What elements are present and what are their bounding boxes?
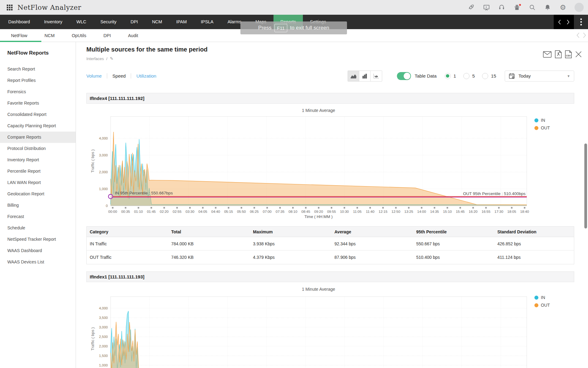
- sidebar-item-search-report[interactable]: Search Report: [0, 63, 76, 75]
- traffic-stats-table: CategoryTotalMaximumAverage95th Percenti…: [86, 226, 574, 264]
- legend-item-in[interactable]: IN: [534, 118, 550, 123]
- table-cell: IN Traffic: [87, 241, 168, 246]
- subnav-tab-dpi[interactable]: DPI: [95, 33, 119, 38]
- edit-pencil-icon[interactable]: ✎: [110, 56, 114, 61]
- area-chart-icon[interactable]: [348, 71, 359, 81]
- export-pdf-icon[interactable]: [555, 50, 562, 58]
- interval-radio-15[interactable]: 15: [482, 73, 496, 79]
- table-cell: 87.906 bps: [331, 255, 413, 260]
- svg-text:05:50: 05:50: [237, 210, 246, 213]
- scatter-chart-icon[interactable]: [371, 71, 382, 81]
- search-icon[interactable]: [529, 4, 536, 11]
- sidebar-item-protocol-distribution[interactable]: Protocol Distribution: [0, 143, 76, 154]
- sidebar-item-forecast[interactable]: Forecast: [0, 211, 76, 222]
- close-icon[interactable]: [575, 51, 582, 58]
- table-data-toggle[interactable]: [397, 72, 411, 80]
- svg-text:2,000: 2,000: [99, 344, 108, 348]
- interval-radio-1[interactable]: 1: [445, 73, 456, 79]
- date-range-picker[interactable]: Today ▼: [505, 71, 574, 82]
- measure-tab-volume[interactable]: Volume: [86, 73, 102, 79]
- nav-next-icon[interactable]: [567, 20, 570, 25]
- top-icon-row: ⚙: [467, 0, 584, 15]
- sidebar-item-netspeed-tracker-report[interactable]: NetSpeed Tracker Report: [0, 234, 76, 245]
- breadcrumb: Interfaces / ✎: [86, 56, 113, 61]
- nav-right-controls: [554, 15, 588, 29]
- nav-tab-ipsla[interactable]: IPSLA: [194, 15, 221, 29]
- sidebar-item-waas-dashboard[interactable]: WAAS Dashboard: [0, 245, 76, 256]
- svg-text:15:10: 15:10: [443, 210, 452, 213]
- table-cell: OUT Traffic: [87, 255, 168, 260]
- sidebar-item-lan-wan-report[interactable]: LAN WAN Report: [0, 177, 76, 188]
- svg-text:12:50: 12:50: [391, 210, 400, 213]
- svg-text:4,000: 4,000: [99, 306, 108, 310]
- email-icon[interactable]: [543, 51, 552, 58]
- launch-rocket-icon[interactable]: [467, 4, 475, 11]
- table-header-cell: Category: [87, 229, 168, 234]
- subnav-tab-oputils[interactable]: OpUtils: [63, 33, 95, 38]
- sidebar-item-billing[interactable]: Billing: [0, 200, 76, 211]
- subnav-tab-ncm[interactable]: NCM: [36, 33, 63, 38]
- notifications-bell-icon[interactable]: [544, 4, 551, 11]
- sidebar-item-compare-reports[interactable]: Compare Reports: [0, 132, 76, 143]
- sidebar-item-geolocation-report[interactable]: Geolocation Report: [0, 188, 76, 200]
- svg-text:4,000: 4,000: [99, 136, 108, 140]
- date-dropdown-caret: ▼: [567, 74, 570, 78]
- vertical-scrollbar-thumb[interactable]: [584, 144, 587, 228]
- sidebar-item-schedule[interactable]: Schedule: [0, 222, 76, 234]
- nav-prev-icon[interactable]: [558, 20, 561, 25]
- sidebar-item-capacity-planning-report[interactable]: Capacity Planning Report: [0, 120, 76, 132]
- chart2-ylabel: Traffic ( bps ): [90, 314, 96, 363]
- settings-gear-icon[interactable]: ⚙: [559, 4, 567, 11]
- traffic-chart-1: 01,0002,0003,0004,000IN 95th Percentile …: [99, 117, 529, 213]
- svg-text:18:05: 18:05: [507, 210, 516, 213]
- sidebar-item-waas-devices-list[interactable]: WAAS Devices List: [0, 256, 76, 268]
- subnav-next-icon[interactable]: [583, 33, 586, 38]
- sidebar-item-forensics[interactable]: Forensics: [0, 86, 76, 98]
- nav-overflow-menu-icon[interactable]: [574, 18, 588, 25]
- page-title: Multiple sources for the same time perio…: [86, 46, 208, 53]
- bar-chart-icon[interactable]: [359, 71, 371, 81]
- table-body: IN Traffic784.000 KB3.938 Kbps92.344 bps…: [87, 237, 574, 264]
- subnav-prev-icon[interactable]: [576, 33, 580, 38]
- nav-tab-wlc[interactable]: WLC: [70, 15, 93, 29]
- svg-text:04:05: 04:05: [198, 210, 207, 213]
- nav-tab-inventory[interactable]: Inventory: [37, 15, 70, 29]
- svg-text:CSV: CSV: [566, 54, 571, 57]
- legend-item-out[interactable]: OUT: [534, 303, 550, 308]
- nav-tab-ipam[interactable]: IPAM: [169, 15, 194, 29]
- sidebar-item-consolidated-report[interactable]: Consolidated Report: [0, 109, 76, 120]
- sidebar-item-report-profiles[interactable]: Report Profiles: [0, 75, 76, 86]
- svg-text:07:00: 07:00: [263, 210, 272, 213]
- screen: NetFlow Analyzer ⚙: [0, 0, 588, 368]
- nav-tab-security[interactable]: Security: [93, 15, 123, 29]
- interval-radio-5[interactable]: 5: [463, 73, 475, 79]
- breadcrumb-interfaces[interactable]: Interfaces: [86, 56, 104, 61]
- table-header-row: CategoryTotalMaximumAverage95th Percenti…: [87, 227, 574, 237]
- measure-tab-speed[interactable]: Speed: [112, 73, 126, 79]
- legend-item-out[interactable]: OUT: [534, 125, 550, 130]
- nav-tab-dpi[interactable]: DPI: [123, 15, 145, 29]
- nav-tab-ncm[interactable]: NCM: [145, 15, 169, 29]
- nav-tab-dashboard[interactable]: Dashboard: [1, 15, 37, 29]
- nav-pager: [554, 15, 574, 29]
- demo-video-icon[interactable]: [483, 4, 490, 11]
- legend-item-in[interactable]: IN: [534, 295, 550, 300]
- support-headset-icon[interactable]: [498, 4, 505, 11]
- app-grid-icon[interactable]: [7, 5, 13, 10]
- whats-new-gift-icon[interactable]: [513, 4, 521, 11]
- svg-text:3,500: 3,500: [99, 316, 108, 320]
- export-csv-icon[interactable]: CSV: [565, 50, 572, 58]
- table-row: OUT Traffic746.320 KB4.379 Kbps87.906 bp…: [87, 251, 574, 264]
- subnav-tab-audit[interactable]: Audit: [119, 33, 147, 38]
- sidebar-item-percentile-report[interactable]: Percentile Report: [0, 166, 76, 177]
- svg-text:IN 95th Percentile : 550.667bp: IN 95th Percentile : 550.667bps: [115, 191, 173, 195]
- user-avatar[interactable]: [575, 3, 584, 12]
- table-row: IN Traffic784.000 KB3.938 Kbps92.344 bps…: [87, 237, 574, 251]
- subnav-tab-netflow[interactable]: NetFlow: [2, 33, 36, 38]
- measure-tab-utilization[interactable]: Utilization: [136, 73, 156, 79]
- sidebar-item-favorite-reports[interactable]: Favorite Reports: [0, 98, 76, 109]
- table-header-cell: Average: [331, 229, 413, 234]
- svg-text:06:25: 06:25: [250, 210, 259, 213]
- sidebar-item-inventory-report[interactable]: Inventory Report: [0, 154, 76, 166]
- svg-text:11:05: 11:05: [353, 210, 362, 213]
